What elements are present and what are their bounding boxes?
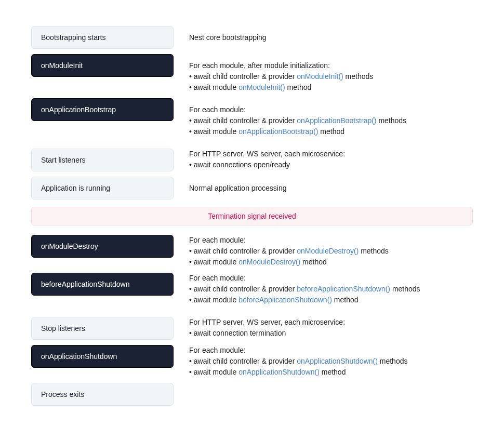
stage-on-module-destroy: onModuleDestroy (31, 235, 174, 258)
desc-on-application-bootstrap: For each module: • await child controlle… (189, 98, 473, 137)
row-on-app-shutdown: onApplicationShutdown For each module: •… (31, 345, 473, 378)
desc-before-app-shutdown: For each module: • await child controlle… (189, 273, 473, 305)
desc-stop-listeners: For HTTP server, WS server, each microse… (189, 317, 473, 339)
row-start-listeners: Start listeners For HTTP server, WS serv… (31, 149, 473, 171)
desc-on-module-init: For each module, after module initializa… (189, 54, 473, 93)
stage-on-module-init: onModuleInit (31, 54, 174, 77)
link-on-app-shutdown-child[interactable]: onApplicationShutdown() (297, 357, 378, 365)
link-on-app-shutdown-module[interactable]: onApplicationShutdown() (238, 368, 320, 376)
stage-on-application-bootstrap: onApplicationBootstrap (31, 98, 174, 121)
link-on-module-destroy-module[interactable]: onModuleDestroy() (238, 258, 300, 266)
row-process-exits: Process exits (31, 383, 473, 406)
termination-banner: Termination signal received (31, 207, 473, 225)
stage-app-running: Application is running (31, 177, 174, 199)
row-on-application-bootstrap: onApplicationBootstrap For each module: … (31, 98, 473, 137)
link-on-application-bootstrap-child[interactable]: onApplicationBootstrap() (297, 116, 376, 125)
desc-app-running: Normal application processing (189, 183, 473, 194)
stage-start-listeners: Start listeners (31, 149, 174, 171)
desc-on-module-destroy: For each module: • await child controlle… (189, 235, 473, 268)
link-before-app-shutdown-child[interactable]: beforeApplicationShutdown() (297, 285, 390, 293)
row-app-running: Application is running Normal applicatio… (31, 177, 473, 199)
stage-on-app-shutdown: onApplicationShutdown (31, 345, 174, 368)
link-before-app-shutdown-module[interactable]: beforeApplicationShutdown() (238, 296, 332, 304)
desc-start-listeners: For HTTP server, WS server, each microse… (189, 149, 473, 170)
link-on-module-destroy-child[interactable]: onModuleDestroy() (297, 247, 359, 255)
row-stop-listeners: Stop listeners For HTTP server, WS serve… (31, 317, 473, 340)
desc-on-app-shutdown: For each module: • await child controlle… (189, 345, 473, 378)
row-before-app-shutdown: beforeApplicationShutdown For each modul… (31, 273, 473, 305)
link-on-module-init-module[interactable]: onModuleInit() (238, 83, 285, 91)
link-on-application-bootstrap-module[interactable]: onApplicationBootstrap() (238, 127, 318, 136)
row-on-module-destroy: onModuleDestroy For each module: • await… (31, 235, 473, 268)
desc-core-bootstrapping: Nest core bootstrapping (189, 32, 473, 43)
row-on-module-init: onModuleInit For each module, after modu… (31, 54, 473, 93)
link-on-module-init-child[interactable]: onModuleInit() (297, 72, 343, 81)
stage-before-app-shutdown: beforeApplicationShutdown (31, 273, 174, 296)
stage-stop-listeners: Stop listeners (31, 317, 174, 340)
stage-process-exits: Process exits (31, 383, 174, 406)
stage-bootstrapping-starts: Bootstrapping starts (31, 26, 174, 49)
row-bootstrap-starts: Bootstrapping starts Nest core bootstrap… (31, 26, 473, 49)
